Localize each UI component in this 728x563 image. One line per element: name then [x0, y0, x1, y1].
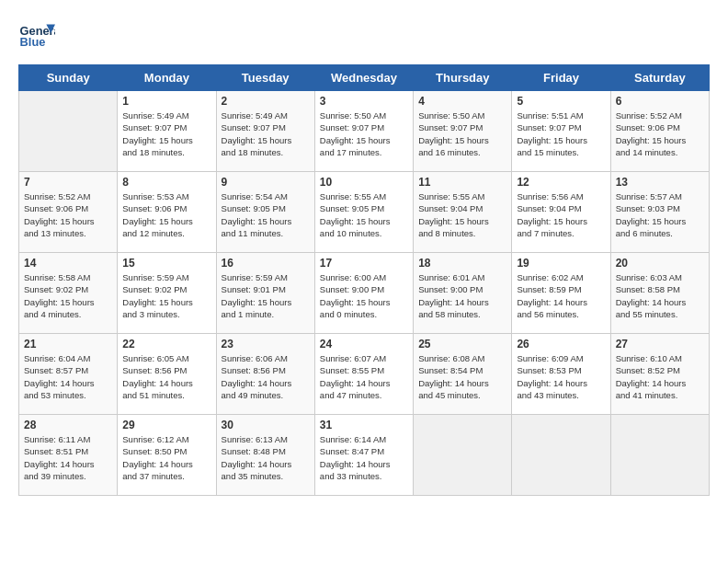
day-number: 28 — [24, 419, 112, 431]
calendar-cell: 31Sunrise: 6:14 AM Sunset: 8:47 PM Dayli… — [314, 415, 413, 496]
calendar-cell: 21Sunrise: 6:04 AM Sunset: 8:57 PM Dayli… — [19, 334, 118, 415]
day-info: Sunrise: 6:11 AM Sunset: 8:51 PM Dayligh… — [24, 433, 112, 482]
day-number: 31 — [320, 419, 408, 431]
calendar-week-row: 14Sunrise: 5:58 AM Sunset: 9:02 PM Dayli… — [19, 253, 710, 334]
logo-icon: General Blue — [18, 18, 55, 55]
calendar-cell: 11Sunrise: 5:55 AM Sunset: 9:04 PM Dayli… — [414, 172, 512, 253]
day-info: Sunrise: 5:59 AM Sunset: 9:02 PM Dayligh… — [122, 271, 210, 320]
day-number: 20 — [616, 257, 704, 270]
calendar-cell: 17Sunrise: 6:00 AM Sunset: 9:00 PM Dayli… — [314, 253, 413, 334]
calendar-cell: 13Sunrise: 5:57 AM Sunset: 9:03 PM Dayli… — [610, 172, 709, 253]
calendar-cell — [19, 91, 118, 172]
day-info: Sunrise: 5:54 AM Sunset: 9:05 PM Dayligh… — [222, 190, 310, 239]
calendar-week-row: 21Sunrise: 6:04 AM Sunset: 8:57 PM Dayli… — [19, 334, 710, 415]
day-info: Sunrise: 5:53 AM Sunset: 9:06 PM Dayligh… — [122, 190, 210, 239]
day-info: Sunrise: 5:51 AM Sunset: 9:07 PM Dayligh… — [517, 109, 605, 158]
day-info: Sunrise: 6:05 AM Sunset: 8:56 PM Dayligh… — [122, 352, 210, 401]
day-info: Sunrise: 5:56 AM Sunset: 9:04 PM Dayligh… — [517, 190, 605, 239]
day-info: Sunrise: 5:52 AM Sunset: 9:06 PM Dayligh… — [24, 190, 112, 239]
header: General Blue — [18, 18, 710, 55]
calendar-cell: 28Sunrise: 6:11 AM Sunset: 8:51 PM Dayli… — [19, 415, 118, 496]
day-number: 23 — [222, 338, 310, 350]
day-info: Sunrise: 6:03 AM Sunset: 8:58 PM Dayligh… — [616, 271, 704, 320]
day-number: 17 — [320, 257, 408, 270]
day-info: Sunrise: 6:12 AM Sunset: 8:50 PM Dayligh… — [122, 433, 210, 482]
day-info: Sunrise: 6:10 AM Sunset: 8:52 PM Dayligh… — [616, 352, 704, 401]
calendar-cell: 26Sunrise: 6:09 AM Sunset: 8:53 PM Dayli… — [512, 334, 610, 415]
day-info: Sunrise: 6:01 AM Sunset: 9:00 PM Dayligh… — [418, 271, 506, 320]
calendar-cell: 6Sunrise: 5:52 AM Sunset: 9:06 PM Daylig… — [610, 91, 709, 172]
day-number: 1 — [122, 95, 210, 108]
day-info: Sunrise: 6:00 AM Sunset: 9:00 PM Dayligh… — [320, 271, 408, 320]
calendar-cell: 18Sunrise: 6:01 AM Sunset: 9:00 PM Dayli… — [414, 253, 512, 334]
calendar-cell: 30Sunrise: 6:13 AM Sunset: 8:48 PM Dayli… — [216, 415, 314, 496]
weekday-header: Monday — [118, 65, 216, 91]
weekday-header-row: SundayMondayTuesdayWednesdayThursdayFrid… — [19, 65, 710, 91]
calendar-cell: 8Sunrise: 5:53 AM Sunset: 9:06 PM Daylig… — [118, 172, 216, 253]
weekday-header: Wednesday — [314, 65, 413, 91]
calendar-cell: 22Sunrise: 6:05 AM Sunset: 8:56 PM Dayli… — [118, 334, 216, 415]
page-container: General Blue SundayMondayTuesdayWednesda… — [0, 0, 728, 563]
calendar-cell: 15Sunrise: 5:59 AM Sunset: 9:02 PM Dayli… — [118, 253, 216, 334]
day-number: 10 — [320, 176, 408, 189]
day-number: 30 — [222, 419, 310, 431]
calendar-cell: 5Sunrise: 5:51 AM Sunset: 9:07 PM Daylig… — [512, 91, 610, 172]
day-info: Sunrise: 5:55 AM Sunset: 9:05 PM Dayligh… — [320, 190, 408, 239]
calendar-week-row: 28Sunrise: 6:11 AM Sunset: 8:51 PM Dayli… — [19, 415, 710, 496]
calendar-week-row: 7Sunrise: 5:52 AM Sunset: 9:06 PM Daylig… — [19, 172, 710, 253]
day-info: Sunrise: 5:49 AM Sunset: 9:07 PM Dayligh… — [122, 109, 210, 158]
svg-text:Blue: Blue — [20, 35, 46, 49]
day-info: Sunrise: 5:59 AM Sunset: 9:01 PM Dayligh… — [222, 271, 310, 320]
weekday-header: Saturday — [610, 65, 709, 91]
calendar-cell: 24Sunrise: 6:07 AM Sunset: 8:55 PM Dayli… — [314, 334, 413, 415]
day-number: 16 — [222, 257, 310, 270]
weekday-header: Friday — [512, 65, 610, 91]
calendar-cell: 19Sunrise: 6:02 AM Sunset: 8:59 PM Dayli… — [512, 253, 610, 334]
day-info: Sunrise: 5:57 AM Sunset: 9:03 PM Dayligh… — [616, 190, 704, 239]
day-number: 27 — [616, 338, 704, 350]
day-number: 22 — [122, 338, 210, 350]
day-info: Sunrise: 5:58 AM Sunset: 9:02 PM Dayligh… — [24, 271, 112, 320]
day-number: 2 — [222, 95, 310, 108]
calendar-cell — [610, 415, 709, 496]
day-number: 8 — [122, 176, 210, 189]
calendar-table: SundayMondayTuesdayWednesdayThursdayFrid… — [18, 64, 710, 496]
day-number: 4 — [418, 95, 506, 108]
day-info: Sunrise: 5:50 AM Sunset: 9:07 PM Dayligh… — [418, 109, 506, 158]
calendar-cell: 4Sunrise: 5:50 AM Sunset: 9:07 PM Daylig… — [414, 91, 512, 172]
day-number: 11 — [418, 176, 506, 189]
day-info: Sunrise: 6:09 AM Sunset: 8:53 PM Dayligh… — [517, 352, 605, 401]
day-number: 25 — [418, 338, 506, 350]
day-info: Sunrise: 6:02 AM Sunset: 8:59 PM Dayligh… — [517, 271, 605, 320]
weekday-header: Tuesday — [216, 65, 314, 91]
day-info: Sunrise: 5:52 AM Sunset: 9:06 PM Dayligh… — [616, 109, 704, 158]
calendar-cell: 1Sunrise: 5:49 AM Sunset: 9:07 PM Daylig… — [118, 91, 216, 172]
calendar-cell: 12Sunrise: 5:56 AM Sunset: 9:04 PM Dayli… — [512, 172, 610, 253]
calendar-cell — [512, 415, 610, 496]
weekday-header: Thursday — [414, 65, 512, 91]
calendar-cell: 29Sunrise: 6:12 AM Sunset: 8:50 PM Dayli… — [118, 415, 216, 496]
calendar-cell: 27Sunrise: 6:10 AM Sunset: 8:52 PM Dayli… — [610, 334, 709, 415]
calendar-cell — [414, 415, 512, 496]
calendar-cell: 16Sunrise: 5:59 AM Sunset: 9:01 PM Dayli… — [216, 253, 314, 334]
calendar-cell: 3Sunrise: 5:50 AM Sunset: 9:07 PM Daylig… — [314, 91, 413, 172]
day-number: 24 — [320, 338, 408, 350]
day-number: 15 — [122, 257, 210, 270]
day-info: Sunrise: 5:50 AM Sunset: 9:07 PM Dayligh… — [320, 109, 408, 158]
calendar-week-row: 1Sunrise: 5:49 AM Sunset: 9:07 PM Daylig… — [19, 91, 710, 172]
day-number: 19 — [517, 257, 605, 270]
day-info: Sunrise: 5:55 AM Sunset: 9:04 PM Dayligh… — [418, 190, 506, 239]
calendar-cell: 10Sunrise: 5:55 AM Sunset: 9:05 PM Dayli… — [314, 172, 413, 253]
calendar-cell: 20Sunrise: 6:03 AM Sunset: 8:58 PM Dayli… — [610, 253, 709, 334]
calendar-cell: 9Sunrise: 5:54 AM Sunset: 9:05 PM Daylig… — [216, 172, 314, 253]
weekday-header: Sunday — [19, 65, 118, 91]
day-number: 29 — [122, 419, 210, 431]
calendar-cell: 2Sunrise: 5:49 AM Sunset: 9:07 PM Daylig… — [216, 91, 314, 172]
day-number: 18 — [418, 257, 506, 270]
day-info: Sunrise: 6:07 AM Sunset: 8:55 PM Dayligh… — [320, 352, 408, 401]
day-info: Sunrise: 6:13 AM Sunset: 8:48 PM Dayligh… — [222, 433, 310, 482]
day-info: Sunrise: 5:49 AM Sunset: 9:07 PM Dayligh… — [222, 109, 310, 158]
day-number: 6 — [616, 95, 704, 108]
calendar-cell: 14Sunrise: 5:58 AM Sunset: 9:02 PM Dayli… — [19, 253, 118, 334]
day-info: Sunrise: 6:14 AM Sunset: 8:47 PM Dayligh… — [320, 433, 408, 482]
